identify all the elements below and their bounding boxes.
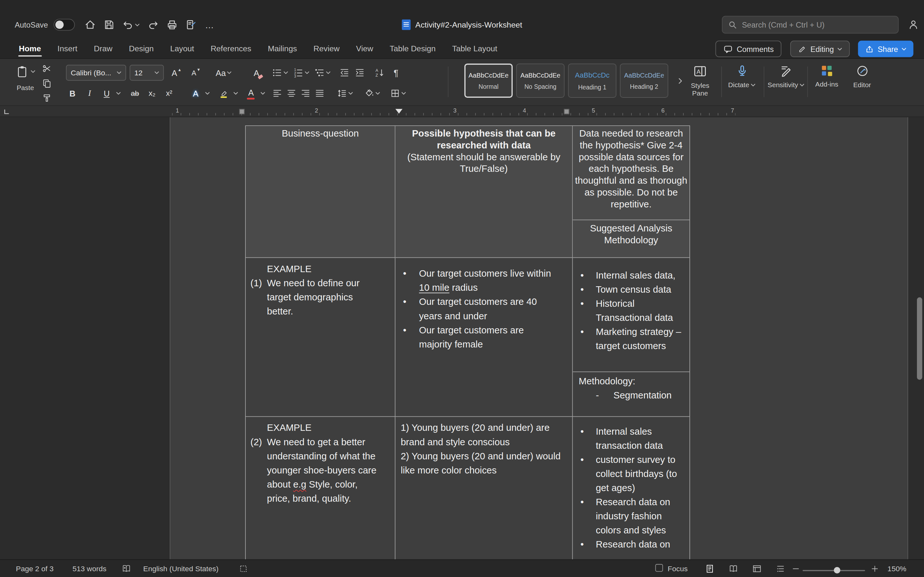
vertical-scrollbar-thumb[interactable] [917,298,922,380]
sensitivity-button[interactable]: Sensitivity [767,64,805,89]
word-count[interactable]: 513 words [73,564,107,573]
print-button[interactable] [164,17,180,33]
align-right-button[interactable] [300,89,310,98]
cell-example1-hypotheses[interactable]: Our target customers live within 10 mile… [395,258,573,417]
comments-button[interactable]: Comments [716,41,781,57]
account-button[interactable] [908,19,919,31]
sort-button[interactable]: AZ [375,68,384,77]
tab-view[interactable]: View [348,44,381,58]
document-canvas[interactable]: Business-question Possible hypothesis th… [0,117,924,559]
subscript-button[interactable]: x₂ [144,85,160,101]
tab-review[interactable]: Review [305,44,348,58]
grow-font-button[interactable]: A▴ [168,65,184,81]
style-card-no-spacing[interactable]: AaBbCcDdEe No Spacing [516,63,565,98]
header-subcell-methodology[interactable]: Suggested Analysis Methodology [573,220,690,258]
more-commands-button[interactable]: … [202,17,218,33]
decrease-indent-button[interactable] [339,68,349,77]
first-line-indent-marker[interactable] [395,109,402,114]
table-column-marker[interactable] [239,109,245,114]
strikethrough-button[interactable]: ab [128,85,143,101]
font-name-select[interactable]: Calibri (Bo... [66,65,126,81]
style-card-normal[interactable]: AaBbCcDdEe Normal [464,63,513,98]
dictate-button[interactable]: Dictate [725,64,759,89]
editor-button[interactable]: Editor [847,64,877,89]
subcell-methodology[interactable]: Methodology: - Segmentation [573,372,690,416]
subcell-data-sources[interactable]: Internal sales data, Town census data Hi… [573,258,690,372]
superscript-button[interactable]: x² [162,85,177,101]
paste-button[interactable]: Paste [13,63,37,92]
tab-table-layout[interactable]: Table Layout [444,44,506,58]
clear-formatting-button[interactable]: A [249,65,264,81]
add-ins-button[interactable]: Add-ins [811,64,843,88]
font-color-chevron-icon[interactable] [260,92,265,95]
tab-insert[interactable]: Insert [49,44,86,58]
align-center-button[interactable] [286,89,296,98]
page-indicator[interactable]: Page 2 of 3 [16,564,53,573]
styles-pane-button[interactable]: A Styles Pane [684,64,717,97]
highlight-button[interactable] [216,85,232,101]
cell-example2-hypotheses[interactable]: 1) Young buyers (20 and under) are brand… [395,417,573,559]
zoom-out-button[interactable] [792,564,800,572]
proofing-status-button[interactable] [121,564,131,574]
cell-example2-data[interactable]: Internal sales transaction data customer… [573,417,690,559]
change-case-button[interactable]: Aa [216,65,232,81]
tab-draw[interactable]: Draw [86,44,121,58]
bold-button[interactable]: B [65,85,80,101]
tab-stop-selector-icon[interactable] [3,108,10,115]
bullets-button[interactable] [272,68,288,77]
underline-button[interactable]: U [99,85,115,101]
zoom-knob[interactable] [834,567,840,573]
share-button[interactable]: Share [858,41,913,57]
editing-mode-button[interactable]: Editing [790,41,850,57]
font-size-select[interactable]: 12 [129,65,164,81]
tab-table-design[interactable]: Table Design [381,44,444,58]
numbering-button[interactable]: 123 [294,68,310,77]
header-cell-business-question[interactable]: Business-question [245,126,395,258]
home-button[interactable] [82,17,98,33]
italic-button[interactable]: I [82,85,97,101]
header-cell-data-needed[interactable]: Data needed to research the hypothesis* … [573,126,690,258]
show-paragraph-marks-button[interactable]: ¶ [394,68,399,77]
zoom-in-button[interactable] [871,564,879,572]
selection-mode-button[interactable] [239,564,248,573]
focus-checkbox[interactable] [655,564,663,573]
cut-button[interactable] [40,63,53,75]
save-button[interactable] [101,17,117,33]
text-effects-button[interactable]: A [188,85,204,101]
header-cell-hypothesis[interactable]: Possible hypothesis that can be research… [395,126,573,258]
language-indicator[interactable]: English (United States) [143,564,218,573]
tab-layout[interactable]: Layout [162,44,202,58]
justify-button[interactable] [315,89,325,98]
borders-button[interactable] [390,89,406,98]
format-painter-button[interactable] [40,92,53,105]
copy-button[interactable] [40,77,53,90]
print-layout-view-button[interactable] [705,564,715,574]
document-page[interactable]: Business-question Possible hypothesis th… [170,117,908,559]
increase-indent-button[interactable] [355,68,365,77]
paste-chevron-icon[interactable] [31,70,35,73]
style-card-heading-1[interactable]: AaBbCcDc Heading 1 [568,63,617,98]
table-column-marker[interactable] [564,109,569,114]
multilevel-list-button[interactable] [315,68,331,77]
font-color-button[interactable]: A [244,85,259,101]
tab-references[interactable]: References [202,44,260,58]
tab-home[interactable]: Home [11,44,49,58]
zoom-slider[interactable] [803,564,865,573]
search-box[interactable]: Search (Cmd + Ctrl + U) [722,16,899,34]
undo-menu-chevron-icon[interactable] [135,23,140,26]
redo-button[interactable] [145,17,162,33]
zoom-percentage[interactable]: 150% [887,564,906,573]
shading-button[interactable] [364,89,380,98]
underline-chevron-icon[interactable] [116,92,121,95]
undo-button[interactable] [120,17,142,33]
cell-example2-question[interactable]: EXAMPLE (2) We need to get a better unde… [245,417,395,559]
line-spacing-button[interactable] [337,89,353,98]
outline-view-button[interactable] [775,564,785,574]
cell-example1-data[interactable]: Internal sales data, Town census data Hi… [573,258,690,417]
header-subcell-data-needed[interactable]: Data needed to research the hypothesis* … [573,126,690,220]
tab-design[interactable]: Design [121,44,162,58]
web-layout-view-button[interactable] [752,564,762,574]
autosave-toggle[interactable] [54,19,75,31]
align-left-button[interactable] [272,89,282,98]
autosave-document-button[interactable] [183,17,199,33]
